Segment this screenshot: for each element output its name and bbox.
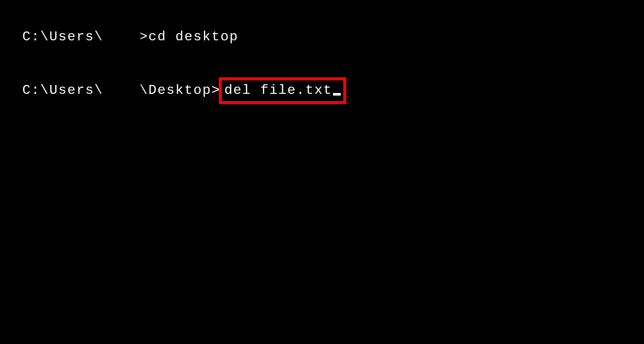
prompt-suffix: \Desktop>	[139, 82, 220, 98]
terminal-line-2[interactable]: C:\Users\████\Desktop>del file.txt	[4, 59, 640, 104]
terminal-line-1: C:\Users\████>cd desktop	[4, 8, 640, 47]
command-text: cd desktop	[148, 29, 238, 45]
highlighted-command: del file.txt	[219, 77, 346, 104]
prompt-prefix: C:\Users\	[22, 82, 103, 98]
command-text: del file.txt	[224, 82, 332, 98]
prompt-prefix: C:\Users\	[22, 29, 103, 45]
prompt-suffix: >	[139, 29, 148, 45]
redacted-username: ████	[103, 81, 139, 100]
redacted-username: ████	[103, 28, 139, 47]
cursor-icon	[333, 93, 341, 96]
